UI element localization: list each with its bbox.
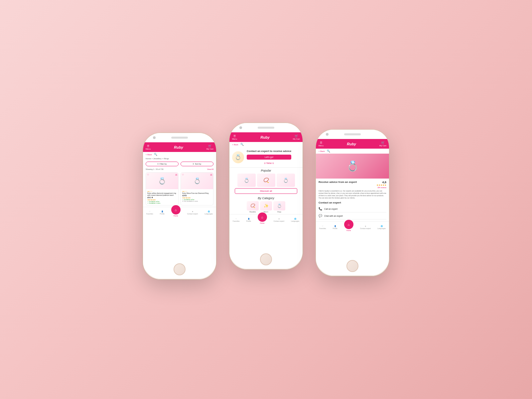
back-link-1[interactable]: < Back	[146, 154, 152, 156]
contact-icon-2: ★	[278, 218, 280, 220]
product-card-2[interactable]: ♡ ⚖ 💍 ●●○○○ Ruby Wave Five-row Diamond R…	[181, 172, 213, 205]
products-grid: ♡ ⚖ 💍 ●●○○○ Ruby yellow diamond engageme…	[143, 171, 216, 207]
profile-icon-3: 👤	[334, 225, 336, 227]
popular-items-row: 💍 📿 💍	[232, 174, 300, 187]
home-button-1[interactable]	[174, 263, 186, 275]
languages-label-2: Languages	[291, 220, 299, 222]
phone-camera-3	[326, 133, 329, 136]
nav-contact-3[interactable]: ★ Contact expert	[360, 225, 371, 229]
nav-profile-1[interactable]: 👤 Profile	[160, 210, 165, 215]
cart-icon-2[interactable]: 🛒 My Cart	[293, 134, 300, 140]
nav-profile-2[interactable]: 👤 Profile	[246, 218, 251, 222]
profile-label-3: Profile	[333, 227, 337, 229]
lets-go-button[interactable]: Let's go!	[247, 155, 291, 160]
phone-screen-3: ☰ Menu Ruby 🛒 My Cart < Back 🔍 💍	[316, 139, 389, 259]
sort-label: Sort by	[195, 163, 201, 165]
menu-label-1: Menu	[146, 148, 151, 150]
favorites-label-1: Favorites	[146, 213, 153, 215]
breadcrumb-1: Home > Jewellery > Rings	[143, 157, 216, 160]
compare-icon-1[interactable]: ⚖	[175, 174, 177, 176]
contact-icon-1: ★	[192, 210, 193, 212]
popular-item-3[interactable]: 💍	[277, 174, 295, 187]
bottom-nav-2: ♡ Favorites 👤 Profile ⌂ Home ★ Contact e…	[229, 214, 303, 225]
receive-advice-title: Receive advice from an expert	[319, 181, 357, 184]
home-btn-1[interactable]: ⌂	[171, 205, 181, 214]
menu-label-3: Menu	[319, 145, 324, 147]
filter-label: Filter by	[160, 163, 167, 165]
phone-camera-1	[153, 136, 156, 139]
cart-icon-3[interactable]: 🛒 My Cart	[379, 141, 386, 147]
phone-top-2	[229, 123, 303, 132]
filter-sort-row: ≡ Filter by ≡ Sort by	[143, 160, 216, 168]
discover-all-button[interactable]: Discover all	[235, 188, 297, 194]
bracelets-label: Bracelets	[250, 211, 256, 213]
filter-button[interactable]: ≡ Filter by	[146, 162, 179, 166]
phone-top-1	[143, 133, 216, 142]
phone-speaker-3	[344, 133, 361, 135]
home-btn-3[interactable]: ⌂	[344, 220, 353, 229]
nav-languages-1[interactable]: 🌐 Languages	[204, 210, 213, 215]
app-header-2: ☰ Menu Ruby 🛒 My Cart	[229, 132, 303, 142]
nav-favorites-3[interactable]: ♡ Favorites	[319, 225, 326, 229]
home-button-3[interactable]	[346, 260, 358, 272]
phone-icon: 📞	[319, 207, 322, 210]
category-bracelets[interactable]: 📿 Bracelets	[247, 201, 259, 213]
phone-camera-2	[239, 126, 242, 129]
wishlist-icon-1[interactable]: ♡	[147, 174, 149, 176]
category-rings[interactable]: 💍 Rings	[273, 201, 285, 213]
back-link-2[interactable]: < Back	[232, 144, 238, 146]
search-icon-2[interactable]: 🔍	[240, 143, 244, 146]
wishlist-icon-2[interactable]: ♡	[182, 174, 184, 176]
nav-favorites-2[interactable]: ♡ Favorites	[233, 218, 240, 222]
phone-2: ☰ Menu Ruby 🛒 My Cart < Back 🔍 💍 Contact…	[229, 123, 303, 269]
profile-icon-2: 👤	[248, 218, 250, 220]
chat-option[interactable]: 💬 Chat with an expert	[319, 212, 386, 219]
nav-languages-2[interactable]: 🌐 Languages	[291, 218, 299, 222]
back-link-3[interactable]: < Back	[319, 150, 325, 152]
popular-item-1[interactable]: 💍	[237, 174, 256, 187]
popular-item-2[interactable]: 📿	[257, 174, 275, 187]
rating-stars: ★★★★★	[376, 184, 386, 187]
expert-hero-image: 💍	[316, 154, 389, 179]
logo-3: Ruby	[347, 142, 356, 146]
category-new-in[interactable]: ✨ New in	[260, 201, 272, 213]
nav-home-1[interactable]: ⌂ Home	[171, 208, 181, 217]
product-name-1: Ruby yellow diamond engagement ring with…	[147, 192, 177, 196]
view-all-link[interactable]: View All	[207, 168, 213, 170]
home-btn-2[interactable]: ⌂	[258, 212, 267, 222]
logo-1: Ruby	[174, 145, 183, 149]
nav-languages-3[interactable]: 🌐 Languages	[377, 225, 386, 229]
languages-label-3: Languages	[377, 227, 386, 229]
menu-icon-1[interactable]: ☰ Menu	[146, 145, 151, 150]
home-button-2[interactable]	[260, 253, 272, 265]
expert-ring-image: 💍	[232, 151, 244, 163]
search-icon-1[interactable]: 🔍	[154, 153, 157, 156]
nav-home-3[interactable]: ⌂ Home	[344, 223, 353, 231]
avail-store-2: ✗ Not available in store	[182, 200, 212, 202]
phone-bottom-3	[316, 259, 389, 273]
menu-icon-2[interactable]: ☰ Menu	[232, 135, 237, 140]
ring-emoji-2: 💍	[194, 177, 201, 185]
nav-home-2[interactable]: ⌂ Home	[258, 216, 267, 224]
favorites-icon-3: ♡	[322, 225, 323, 227]
compare-icon-2[interactable]: ⚖	[210, 174, 212, 176]
app-header-1: ☰ Menu Ruby 🛒 My Cart	[143, 142, 216, 152]
product-name-2: Ruby Wave Five-row Diamond Ring	[182, 192, 212, 194]
nav-favorites-1[interactable]: ♡ Favorites	[146, 210, 153, 215]
nav-profile-3[interactable]: 👤 Profile	[333, 225, 337, 229]
chat-icon: 💬	[319, 214, 322, 217]
sort-button[interactable]: ≡ Sort by	[181, 162, 213, 166]
nav-contact-2[interactable]: ★ Contact expert	[274, 218, 285, 222]
search-icon-3[interactable]: 🔍	[327, 150, 330, 153]
expert-title: Contact an expert to receive advice	[247, 150, 291, 153]
rating-block: 4,6 ★★★★★ 394 reviews	[376, 181, 386, 189]
product-card-1[interactable]: ♡ ⚖ 💍 ●●○○○ Ruby yellow diamond engageme…	[146, 172, 179, 205]
hero-ring-emoji: 💍	[346, 160, 359, 172]
cart-icon-1[interactable]: 🛒 My Cart	[206, 144, 213, 150]
phone-screen-1: ☰ Menu Ruby 🛒 My Cart < Back 🔍 Home > Je…	[143, 142, 216, 262]
call-option[interactable]: 📞 Call an expert	[319, 205, 386, 212]
rings-image: 💍	[273, 201, 285, 210]
menu-icon-3[interactable]: ☰ Menu	[319, 141, 324, 147]
profile-label-1: Profile	[160, 213, 165, 215]
nav-contact-1[interactable]: ★ Contact expert	[187, 210, 198, 215]
